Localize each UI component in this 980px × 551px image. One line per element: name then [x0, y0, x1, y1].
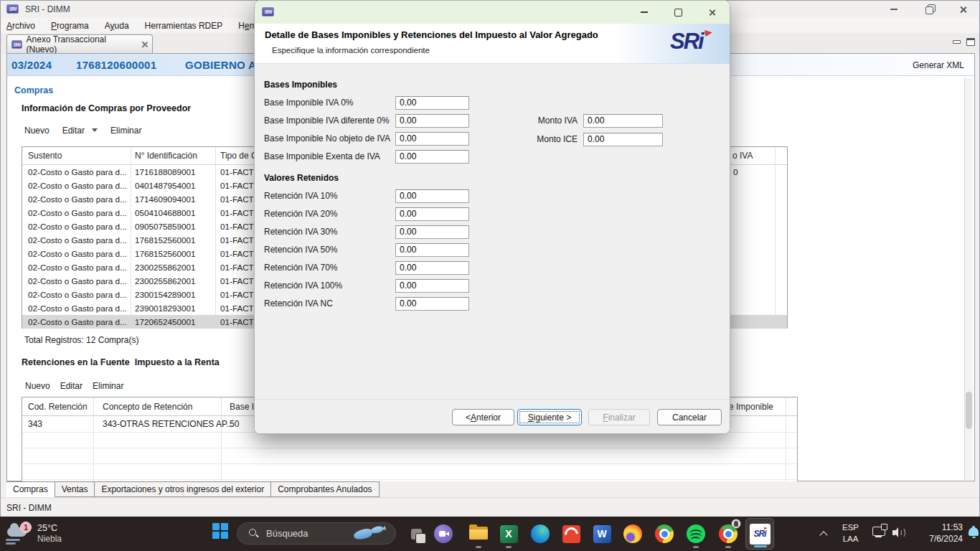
chat-app-button[interactable] — [429, 518, 458, 550]
field-input[interactable] — [583, 133, 663, 146]
tab-icon: SRi — [11, 40, 22, 49]
pdf-reader-button[interactable] — [557, 518, 585, 550]
menu-item[interactable]: Ayuda — [105, 21, 129, 31]
task-view-button[interactable] — [402, 518, 430, 550]
dialog-button-bar: < Anterior Siguiente > Finalizar Cancela… — [255, 399, 730, 434]
editar-button[interactable]: Editar — [60, 381, 83, 391]
temperature-label: 25°C — [37, 523, 62, 534]
siguiente-button[interactable]: Siguiente > — [517, 409, 582, 425]
field-input[interactable] — [395, 150, 469, 164]
column-header[interactable]: Cod. Retención — [28, 402, 88, 412]
search-icon — [249, 529, 256, 536]
cancelar-button[interactable]: Cancelar — [657, 409, 722, 425]
field-input[interactable] — [395, 225, 469, 239]
finalizar-button: Finalizar — [588, 409, 650, 425]
generar-xml-button[interactable]: Generar XML — [913, 60, 964, 70]
spotify-button[interactable] — [682, 518, 710, 550]
chrome-profile-button[interactable] — [714, 518, 743, 550]
form-row: Retención IVA NC — [264, 296, 469, 311]
view-minimize-icon[interactable] — [953, 40, 961, 44]
language-line2: LAA — [842, 533, 859, 545]
bases-imponibles-header: Bases Imponibles — [264, 80, 337, 90]
dialog-maximize-button[interactable] — [661, 1, 694, 24]
vertical-scrollbar[interactable] — [964, 78, 973, 480]
dialog-minimize-button[interactable] — [628, 1, 661, 24]
start-button[interactable] — [212, 523, 228, 539]
notifications-bell-icon[interactable] — [969, 527, 979, 536]
scrollbar-thumb[interactable] — [966, 392, 972, 429]
editar-button[interactable]: Editar — [62, 126, 85, 136]
form-row: Retención IVA 100% — [264, 278, 469, 293]
maximize-icon — [674, 9, 682, 17]
close-icon — [959, 6, 967, 14]
excel-button[interactable] — [494, 518, 523, 550]
spotify-icon — [687, 524, 705, 543]
dialog-titlebar: SRi — [255, 1, 730, 24]
edge-button[interactable] — [526, 518, 555, 550]
page-tab[interactable]: Compras — [6, 481, 55, 497]
field-input[interactable] — [395, 132, 469, 146]
clock-widget[interactable]: 11:53 7/6/2024 — [923, 522, 963, 545]
page-tab[interactable]: Exportaciones y otros ingresos del exter… — [95, 481, 271, 497]
column-header[interactable]: Sustento — [28, 151, 62, 161]
page-tab[interactable]: Comprobantes Anulados — [271, 481, 379, 497]
chrome-button[interactable] — [650, 518, 679, 550]
nuevo-button[interactable]: Nuevo — [25, 381, 50, 391]
field-input[interactable] — [395, 279, 469, 293]
form-row: Monto IVA — [507, 113, 663, 128]
eliminar-button[interactable]: Eliminar — [93, 381, 123, 391]
field-label: Retención IVA 70% — [264, 263, 395, 273]
field-input[interactable] — [395, 96, 469, 110]
field-input[interactable] — [395, 114, 469, 128]
weather-widget[interactable]: 1 25°C Niebla — [6, 519, 121, 548]
field-label: Retención IVA 20% — [264, 209, 395, 219]
menu-item[interactable]: Archivo — [6, 21, 35, 31]
field-input[interactable] — [395, 189, 469, 203]
field-input[interactable] — [395, 207, 469, 221]
column-header[interactable]: N° Identificación — [135, 151, 197, 161]
sri-dimm-icon: SRi — [750, 524, 771, 545]
column-header[interactable]: Concepto de Retención — [103, 402, 192, 412]
menu-item[interactable]: Herramientas RDEP — [145, 21, 223, 31]
language-indicator[interactable]: ESP LAA — [842, 522, 859, 545]
file-explorer-button[interactable] — [464, 518, 493, 550]
retenidos-fields: Retención IVA 10% Retención IVA 20% Rete… — [264, 189, 469, 311]
field-input[interactable] — [395, 297, 469, 311]
nuevo-button[interactable]: Nuevo — [24, 126, 50, 136]
compras-panel-label: Compras — [14, 85, 53, 95]
status-text: SRI - DIMM — [6, 503, 52, 513]
tab-anexo-transaccional[interactable]: SRi Anexo Transaccional (Nuevo) — [6, 34, 153, 54]
total-registros-label: Total Registros: 12 Compra(s) — [24, 335, 138, 345]
dialog-close-button[interactable] — [695, 1, 728, 24]
field-input[interactable] — [583, 114, 663, 128]
search-box[interactable]: Búsqueda — [237, 522, 396, 545]
sri-dimm-taskbar-button[interactable]: SRi — [745, 518, 774, 550]
window-minimize-button[interactable] — [883, 1, 905, 18]
window-restore-button[interactable] — [918, 1, 939, 18]
column-header[interactable]: e Imponible — [729, 402, 773, 412]
word-button[interactable] — [588, 518, 616, 550]
window-close-button[interactable] — [952, 1, 974, 18]
firefox-button[interactable] — [618, 518, 647, 550]
column-header[interactable]: o IVA — [732, 151, 753, 161]
editar-dropdown-icon[interactable] — [92, 128, 98, 135]
anterior-button[interactable]: < Anterior — [452, 409, 514, 425]
field-input[interactable] — [395, 243, 469, 257]
network-icon[interactable] — [872, 527, 885, 536]
tray-chevron-up-icon[interactable] — [819, 531, 827, 539]
field-input[interactable] — [395, 261, 469, 275]
profile-badge-icon — [731, 519, 741, 529]
condition-label: Niebla — [37, 534, 62, 545]
column-header[interactable]: Tipo de C — [220, 151, 258, 161]
view-maximize-icon[interactable] — [966, 38, 975, 46]
field-label: Base Imponible IVA 0% — [264, 98, 395, 108]
tab-close-icon[interactable] — [141, 41, 148, 48]
page-tab[interactable]: Ventas — [55, 481, 95, 497]
form-row: Retención IVA 10% — [264, 189, 469, 203]
menu-item[interactable]: Programa — [51, 21, 89, 31]
field-label: Retención IVA 10% — [264, 191, 395, 201]
speaker-icon[interactable] — [892, 527, 905, 538]
eliminar-button[interactable]: Eliminar — [110, 126, 141, 136]
status-bar: SRI - DIMM — [1, 497, 979, 517]
retenciones-section-title: Retenciones en la Fuente Impuesto a la R… — [22, 357, 220, 367]
